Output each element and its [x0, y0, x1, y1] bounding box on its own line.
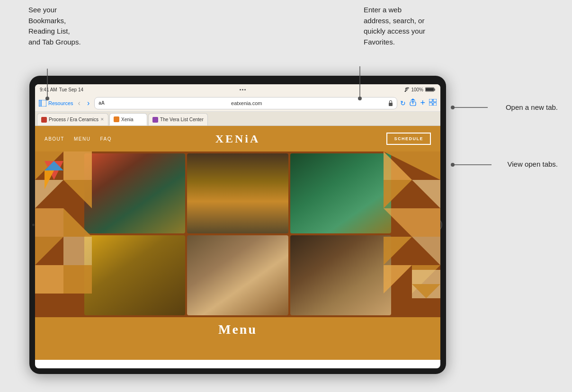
tab-vera-list[interactable]: The Vera List Center [148, 113, 208, 125]
tab-favicon-3 [152, 117, 158, 123]
svg-marker-31 [412, 237, 440, 265]
tab-favicon-2 [114, 116, 119, 122]
svg-marker-15 [63, 180, 92, 208]
svg-point-0 [405, 91, 406, 92]
lock-icon [388, 100, 393, 106]
annotation-new-tab: Open a new tab. [506, 103, 558, 111]
status-bar: 9:41 AM Tue Sep 14 100% [35, 84, 440, 95]
svg-point-43 [451, 163, 455, 167]
ipad-screen: 9:41 AM Tue Sep 14 100% [35, 84, 440, 368]
food-photo-area [35, 151, 440, 317]
front-camera [32, 224, 35, 226]
annotation-address-bar: Enter a web address, search, or quickly … [364, 5, 468, 47]
food-cell-5 [187, 235, 288, 315]
dot1 [240, 89, 241, 90]
dot2 [242, 89, 243, 90]
sidebar-label: Resources [48, 100, 73, 106]
svg-marker-28 [384, 180, 412, 208]
tab-favicon-1 [41, 117, 47, 123]
food-cell-2 [187, 153, 288, 233]
time-display: 9:41 AM [40, 87, 57, 92]
tab-label-2: Xenia [121, 117, 134, 122]
dot3 [244, 89, 246, 90]
toolbar-right-buttons: ↻ + [400, 98, 437, 108]
svg-rect-2 [426, 88, 434, 91]
svg-marker-19 [63, 237, 92, 265]
food-cell-3 [290, 153, 391, 233]
share-button[interactable] [410, 98, 416, 108]
back-button[interactable]: ‹ [76, 98, 82, 108]
svg-rect-10 [429, 103, 432, 106]
svg-rect-4 [39, 100, 41, 107]
schedule-button[interactable]: SCHEDULE [386, 133, 431, 145]
wifi-icon [402, 87, 409, 92]
tab-overview-button[interactable] [429, 99, 437, 107]
reader-mode-button[interactable]: aA [98, 100, 105, 106]
status-bar-center [240, 89, 246, 90]
tab-xenia[interactable]: Xenia [109, 113, 147, 125]
xenia-navbar: ABOUT MENU FAQ XENiA SCHEDULE [35, 126, 440, 151]
svg-marker-16 [35, 208, 63, 237]
battery-display: 100% [411, 87, 423, 92]
geo-pattern-left [35, 151, 92, 317]
tab-label-1: Process / Era Ceramics [49, 117, 98, 122]
tab-label-3: The Vera List Center [160, 117, 204, 122]
svg-marker-14 [35, 180, 63, 208]
food-cell-1 [84, 153, 185, 233]
website-footer: Menu [35, 317, 440, 342]
svg-marker-33 [384, 265, 412, 294]
svg-marker-30 [384, 237, 412, 265]
food-cell-4 [84, 235, 185, 315]
xenia-logo: XENiA [215, 133, 260, 145]
browser-toolbar: Resources ‹ › aA eatxenia.com ↻ [35, 95, 440, 112]
tab-process-era[interactable]: Process / Era Ceramics ✕ [37, 113, 108, 125]
nav-menu[interactable]: MENU [74, 136, 90, 142]
sidebar-icon [39, 100, 46, 107]
ipad-device: 9:41 AM Tue Sep 14 100% [29, 76, 446, 374]
food-cell-6 [290, 235, 391, 315]
annotation-bookmarks: See your Bookmarks, Reading List, and Ta… [28, 5, 123, 47]
status-bar-left: 9:41 AM Tue Sep 14 [40, 87, 83, 92]
svg-marker-18 [35, 237, 63, 265]
sidebar-button[interactable]: Resources [39, 100, 73, 107]
nav-faq[interactable]: FAQ [100, 136, 112, 142]
geo-pattern-right [384, 151, 440, 317]
food-grid [82, 151, 393, 317]
address-bar[interactable]: aA eatxenia.com [94, 97, 397, 109]
website-bottom-text: Menu [218, 322, 257, 337]
svg-marker-13 [63, 151, 92, 180]
reload-button[interactable]: ↻ [400, 99, 406, 107]
svg-rect-6 [389, 103, 393, 106]
nav-links: ABOUT MENU FAQ [45, 136, 112, 142]
svg-rect-9 [433, 99, 437, 102]
svg-point-41 [451, 106, 455, 109]
date-display: Tue Sep 14 [59, 87, 83, 92]
forward-button[interactable]: › [85, 98, 91, 108]
battery-icon [425, 87, 436, 92]
svg-marker-21 [63, 265, 92, 294]
tab-bar: Process / Era Ceramics ✕ Xenia The Vera … [35, 112, 440, 126]
share-icon [410, 98, 416, 106]
svg-rect-8 [429, 99, 432, 102]
svg-marker-17 [63, 208, 92, 237]
annotation-view-tabs: View open tabs. [508, 160, 558, 168]
website-content: ABOUT MENU FAQ XENiA SCHEDULE [35, 126, 440, 360]
nav-about[interactable]: ABOUT [45, 136, 64, 142]
status-bar-right: 100% [402, 87, 436, 92]
svg-rect-11 [433, 103, 437, 106]
new-tab-button[interactable]: + [420, 98, 425, 108]
url-display: eatxenia.com [107, 100, 386, 106]
svg-marker-20 [35, 265, 63, 294]
tab-grid-icon [429, 99, 437, 106]
svg-marker-29 [384, 208, 440, 237]
tab-close-1[interactable]: ✕ [100, 117, 104, 122]
svg-marker-27 [412, 180, 440, 208]
